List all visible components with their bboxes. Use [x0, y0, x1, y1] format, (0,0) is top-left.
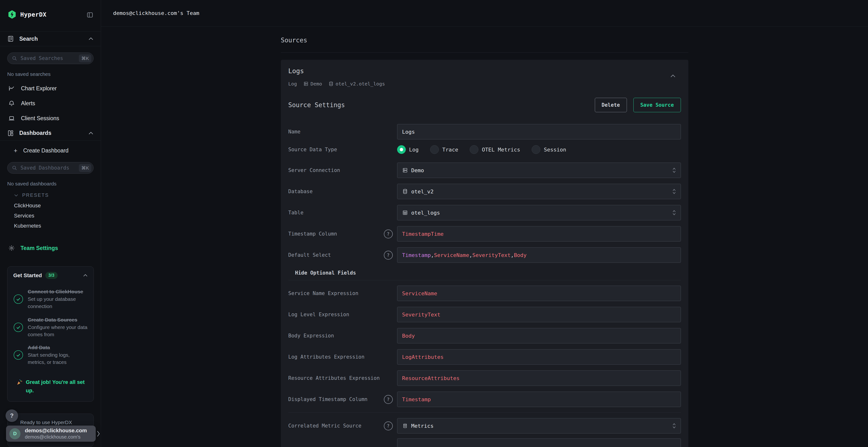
get-started-item-title: Connect to ClickHouse [28, 288, 88, 295]
get-started-item-title: Create Data Sources [28, 316, 88, 323]
get-started-item[interactable]: Add Data Start sending logs, metrics, or… [13, 344, 88, 366]
default-select-input[interactable]: Timestamp,ServiceName,SeverityText,Body [397, 247, 681, 263]
help-icon[interactable]: ? [384, 395, 393, 404]
correlated-metric-select[interactable]: Metrics [397, 418, 681, 434]
help-icon[interactable]: ? [384, 251, 393, 260]
help-icon[interactable]: ? [384, 230, 393, 238]
get-started-item-desc: Configure where your data comes from [28, 324, 88, 338]
collapse-card-icon[interactable] [670, 74, 676, 79]
database-icon [329, 81, 334, 87]
sidebar-item-client-sessions[interactable]: Client Sessions [0, 111, 101, 126]
radio-otel-metrics[interactable]: OTEL Metrics [470, 145, 520, 154]
radio-icon[interactable] [430, 145, 439, 154]
delete-button[interactable]: Delete [595, 98, 627, 112]
timestamp-column-label: Timestamp Column [288, 230, 382, 238]
chevron-up-icon[interactable] [88, 37, 94, 40]
gear-icon [8, 245, 15, 251]
radio-log[interactable]: Log [397, 145, 419, 154]
search-section-icon [7, 35, 14, 42]
log-level-input[interactable]: SeverityText [397, 307, 681, 322]
get-started-item[interactable]: Create Data Sources Configure where your… [13, 316, 88, 338]
service-name-label: Service Name Expression [288, 290, 393, 297]
chevron-up-icon[interactable] [83, 274, 88, 277]
party-popper-icon [16, 378, 23, 395]
form-row-partial [288, 438, 681, 447]
sidebar-section-search[interactable]: Search [0, 31, 101, 46]
service-name-value: ServiceName [402, 290, 437, 297]
top-header: demos@clickhouse.com's Team [101, 0, 868, 27]
hide-optional-fields-button[interactable]: Hide Optional Fields [295, 270, 356, 276]
radio-label: Session [544, 147, 566, 153]
preset-item-services[interactable]: Services [0, 211, 101, 221]
preset-item-kubernetes[interactable]: Kubernetes [0, 221, 101, 231]
presets-label: PRESETS [22, 193, 49, 198]
timestamp-column-input[interactable]: TimestampTime [397, 226, 681, 242]
sidebar-item-team-settings[interactable]: Team Settings [0, 241, 101, 255]
table-label: Table [288, 209, 393, 216]
partial-input[interactable] [397, 438, 681, 447]
sidebar-section-dashboards[interactable]: Dashboards [0, 126, 101, 141]
correlated-metric-label: Correlated Metric Source [288, 422, 382, 429]
save-source-button[interactable]: Save Source [633, 98, 681, 112]
metrics-icon [402, 423, 408, 429]
saved-dashboards-input[interactable]: Saved Dashboards ⌘K [7, 162, 94, 174]
sql-token: ServiceName [434, 252, 469, 258]
radio-icon[interactable] [470, 145, 478, 154]
help-button[interactable]: ? [5, 409, 18, 422]
log-level-label: Log Level Expression [288, 311, 393, 318]
table-select[interactable]: otel_logs [397, 205, 681, 220]
radio-selected-icon[interactable] [397, 145, 406, 154]
form-row-service-name: Service Name Expression ServiceName [288, 286, 681, 301]
resource-attributes-input[interactable]: ResourceAttributes [397, 370, 681, 386]
help-icon[interactable]: ? [384, 421, 393, 431]
sql-token: Body [514, 252, 527, 258]
sidebar-item-alerts[interactable]: Alerts [0, 96, 101, 111]
displayed-timestamp-value: Timestamp [402, 397, 431, 403]
body-expression-input[interactable]: Body [397, 328, 681, 343]
form-row-log-attributes: Log Attributes Expression LogAttributes [288, 349, 681, 365]
displayed-timestamp-input[interactable]: Timestamp [397, 391, 681, 407]
sql-token: , [511, 252, 514, 258]
log-attributes-input[interactable]: LogAttributes [397, 349, 681, 365]
sidebar: HyperDX Search [0, 0, 101, 447]
page-title: Sources [281, 27, 688, 44]
chevron-up-icon[interactable] [88, 132, 94, 135]
database-select[interactable]: otel_v2 [397, 184, 681, 199]
radio-label: Log [409, 147, 419, 153]
presets-toggle[interactable]: PRESETS [14, 193, 101, 198]
service-name-input[interactable]: ServiceName [397, 286, 681, 301]
user-account-chip[interactable]: D demos@clickhouse.com demos@clickhouse.… [6, 425, 96, 442]
get-started-progress-badge: 3/3 [45, 272, 58, 279]
table-icon [402, 210, 408, 215]
sql-token: SeverityText [472, 252, 511, 258]
chevron-right-icon[interactable] [96, 430, 100, 438]
radio-trace[interactable]: Trace [430, 145, 458, 154]
server-connection-select[interactable]: Demo [397, 163, 681, 178]
saved-searches-input[interactable]: Saved Searches ⌘K [7, 53, 94, 64]
log-attributes-label: Log Attributes Expression [288, 353, 393, 360]
divider [288, 280, 681, 280]
name-input[interactable]: Logs [397, 124, 681, 139]
preset-item-clickhouse[interactable]: ClickHouse [0, 201, 101, 211]
hyperdx-logo-icon [7, 10, 17, 19]
divider [288, 412, 681, 413]
no-saved-searches-text: No saved searches [7, 71, 101, 77]
body-expression-label: Body Expression [288, 332, 393, 339]
form-row-source-data-type: Source Data Type Log Trace [288, 145, 681, 154]
sidebar-item-chart-explorer[interactable]: Chart Explorer [0, 81, 101, 96]
radio-session[interactable]: Session [532, 145, 566, 154]
content-scroll-area[interactable]: Sources Logs Log Demo [101, 27, 868, 447]
radio-icon[interactable] [532, 145, 540, 154]
team-settings-label: Team Settings [21, 245, 58, 251]
connection-meta: Demo [303, 81, 322, 87]
create-dashboard-button[interactable]: + Create Dashboard [0, 144, 101, 157]
form-row-timestamp-column: Timestamp Column ? TimestampTime [288, 226, 681, 242]
logs-source-card: Logs Log Demo [281, 60, 688, 447]
check-circle-icon [13, 322, 23, 332]
server-icon [303, 81, 309, 87]
sidebar-collapse-icon[interactable] [86, 10, 94, 19]
get-started-item-desc: Start sending logs, metrics, or traces [28, 351, 88, 366]
form-row-correlated-metric: Correlated Metric Source ? Metrics [288, 418, 681, 434]
select-chevrons-icon [672, 188, 676, 195]
get-started-item[interactable]: Connect to ClickHouse Set up your databa… [13, 288, 88, 310]
